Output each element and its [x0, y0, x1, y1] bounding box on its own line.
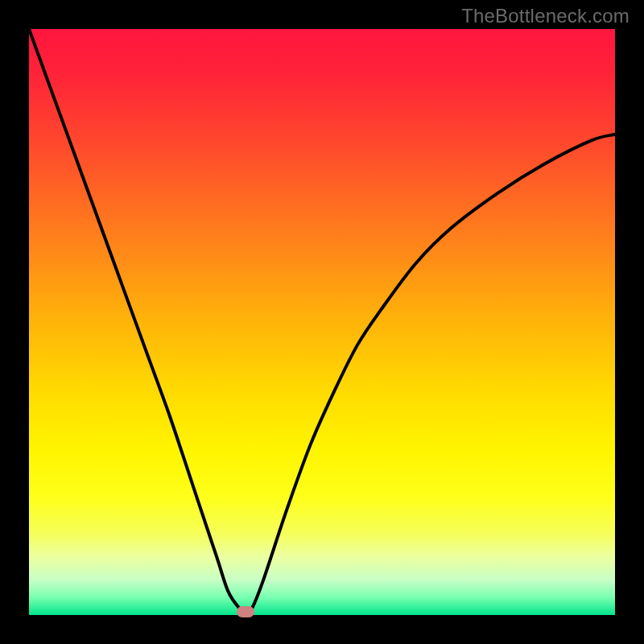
optimal-point-marker [237, 606, 254, 617]
chart-area [29, 29, 615, 615]
watermark-text: TheBottleneck.com [461, 5, 630, 27]
chart-curve-layer [29, 29, 615, 615]
bottleneck-curve [29, 29, 615, 615]
